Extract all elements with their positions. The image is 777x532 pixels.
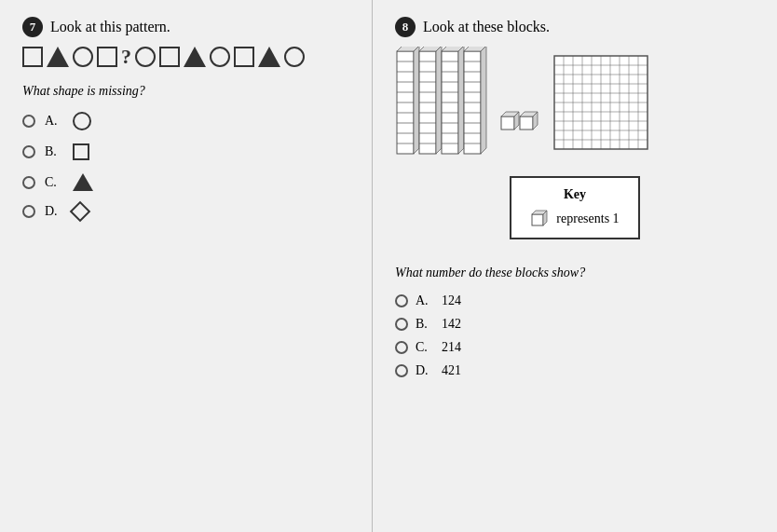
answer-options: A. 124 B. 142 C. 214 D. 421 (395, 293, 755, 378)
answer-option-a-label: A. (416, 293, 434, 308)
option-c-shape-triangle (73, 173, 93, 191)
option-c-label: C. (45, 175, 63, 190)
question-7-header: 7 Look at this pattern. (22, 17, 349, 37)
answer-option-c-value: 214 (442, 340, 461, 355)
key-box: Key represents 1 (510, 176, 639, 239)
svg-rect-73 (532, 214, 543, 225)
pattern-shape-6 (135, 47, 156, 67)
hundred-rods-group (395, 47, 496, 163)
answer-option-c-row[interactable]: C. 214 (395, 340, 755, 355)
pattern-row: ? (22, 47, 349, 67)
option-a-shape-circle (73, 112, 91, 130)
option-b-radio[interactable] (22, 145, 35, 158)
svg-marker-47 (481, 47, 486, 154)
question-8-sub: What number do these blocks show? (395, 266, 755, 280)
answer-option-d-row[interactable]: D. 421 (395, 363, 755, 378)
key-text: represents 1 (556, 211, 619, 226)
key-title: Key (564, 187, 586, 202)
question-8-number: 8 (395, 17, 416, 37)
pattern-shape-9 (210, 47, 230, 67)
right-panel: 8 Look at these blocks. (373, 0, 777, 532)
svg-rect-51 (520, 116, 533, 130)
option-a-row[interactable]: A. (22, 112, 349, 130)
question-8-title: Look at these blocks. (423, 19, 550, 35)
answer-option-b-radio[interactable] (395, 318, 408, 331)
key-row: represents 1 (530, 210, 619, 228)
option-a-radio[interactable] (22, 115, 35, 128)
answer-option-b-row[interactable]: B. 142 (395, 317, 755, 332)
question-7-title: Look at this pattern. (50, 19, 170, 35)
answer-option-a-value: 124 (442, 293, 461, 308)
pattern-shape-12 (284, 47, 305, 67)
pattern-question-mark: ? (121, 47, 131, 67)
svg-marker-11 (414, 47, 419, 154)
answer-option-c-label: C. (416, 340, 434, 355)
pattern-shape-8 (184, 47, 206, 67)
answer-option-a-row[interactable]: A. 124 (395, 293, 755, 308)
option-d-radio[interactable] (22, 205, 35, 218)
option-d-label: D. (45, 204, 63, 219)
answer-option-b-value: 142 (442, 317, 461, 332)
pattern-shape-2 (47, 47, 69, 67)
pattern-shape-7 (159, 47, 180, 67)
option-b-label: B. (45, 144, 63, 159)
unit-cubes-group (499, 98, 546, 154)
answer-option-c-radio[interactable] (395, 341, 408, 354)
key-cube-icon (530, 210, 549, 228)
option-d-row[interactable]: D. (22, 204, 349, 219)
option-d-shape-diamond (70, 201, 91, 223)
answer-option-d-radio[interactable] (395, 364, 408, 377)
svg-marker-23 (436, 47, 442, 154)
option-b-row[interactable]: B. (22, 143, 349, 160)
blocks-display (395, 47, 755, 163)
pattern-shape-4 (97, 47, 117, 67)
answer-option-b-label: B. (416, 317, 434, 332)
option-c-radio[interactable] (22, 176, 35, 189)
pattern-shape-3 (73, 47, 93, 67)
hundred-flat-group (550, 51, 657, 163)
pattern-shape-10 (234, 47, 254, 67)
option-c-row[interactable]: C. (22, 173, 349, 191)
answer-option-d-label: D. (416, 363, 434, 378)
pattern-shape-1 (22, 47, 43, 67)
svg-rect-48 (501, 116, 514, 130)
answer-option-d-value: 421 (442, 363, 461, 378)
left-panel: 7 Look at this pattern. ? What shape is … (0, 0, 373, 532)
question-7-number: 7 (22, 17, 43, 37)
question-7-sub: What shape is missing? (22, 84, 349, 99)
question-8-header: 8 Look at these blocks. (395, 17, 755, 37)
option-a-label: A. (45, 114, 63, 129)
key-section: Key represents 1 (395, 176, 755, 252)
option-b-shape-square (73, 143, 89, 160)
answer-option-a-radio[interactable] (395, 294, 408, 307)
svg-marker-35 (458, 47, 464, 154)
pattern-shape-11 (258, 47, 280, 67)
page: 7 Look at this pattern. ? What shape is … (0, 0, 777, 532)
